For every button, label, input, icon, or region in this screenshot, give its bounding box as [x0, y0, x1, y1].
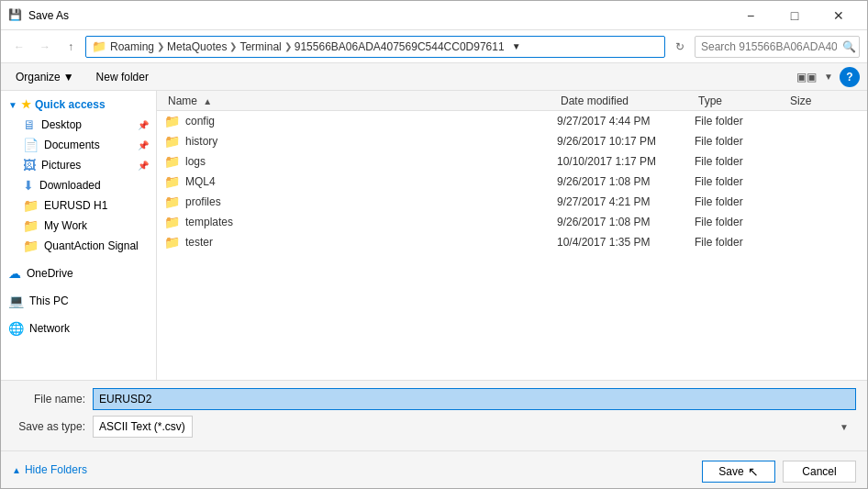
table-row[interactable]: 📁 profiles 9/27/2017 4:21 PM File folder	[157, 192, 867, 212]
file-type-history: File folder	[695, 135, 786, 148]
sidebar-item-pictures[interactable]: 🖼 Pictures 📌	[1, 155, 156, 175]
breadcrumb[interactable]: 📁 Roaming ❯ MetaQuotes ❯ Terminal ❯ 9155…	[85, 36, 665, 58]
file-list: Name ▲ Date modified Type Size 📁 config …	[157, 91, 867, 380]
breadcrumb-part-roaming[interactable]: Roaming	[110, 40, 154, 53]
file-date-profiles: 9/27/2017 4:21 PM	[557, 195, 695, 208]
search-input[interactable]	[695, 36, 860, 58]
organize-button[interactable]: Organize ▼	[8, 67, 82, 87]
bottom-panel: File name: Save as type: ASCII Text (*.c…	[1, 380, 867, 450]
breadcrumb-sep-3: ❯	[284, 41, 292, 51]
file-type-templates: File folder	[695, 216, 786, 228]
window-controls: − □ ✕	[729, 1, 860, 30]
table-row[interactable]: 📁 templates 9/26/2017 1:08 PM File folde…	[157, 212, 867, 232]
title-icon: 💾	[8, 8, 23, 23]
sidebar-item-eurusd[interactable]: 📁 EURUSD H1	[1, 195, 156, 216]
table-row[interactable]: 📁 config 9/27/2017 4:44 PM File folder	[157, 111, 867, 131]
hide-folders-label: Hide Folders	[25, 463, 87, 476]
sidebar-desktop-label: Desktop	[41, 118, 82, 131]
back-button[interactable]: ←	[8, 36, 30, 58]
filename-input[interactable]	[93, 388, 856, 410]
breadcrumb-sep-1: ❯	[157, 41, 164, 51]
sidebar-onedrive-label: OneDrive	[27, 267, 73, 280]
up-button[interactable]: ↑	[60, 36, 82, 58]
sidebar-network-label: Network	[29, 322, 70, 335]
breadcrumb-dropdown-button[interactable]: ▼	[508, 36, 525, 58]
col-header-name[interactable]: Name ▲	[164, 94, 557, 107]
breadcrumb-part-terminal[interactable]: Terminal	[239, 40, 281, 53]
view-dropdown-button[interactable]: ▼	[821, 67, 836, 87]
table-row[interactable]: 📁 MQL4 9/26/2017 1:08 PM File folder	[157, 172, 867, 192]
breadcrumb-sep-2: ❯	[229, 41, 237, 51]
close-button[interactable]: ✕	[818, 1, 860, 30]
quick-access-header[interactable]: ▼ ★ Quick access	[1, 94, 156, 115]
help-button[interactable]: ?	[840, 67, 860, 87]
network-icon: 🌐	[8, 321, 24, 336]
folder-icon-mql4: 📁	[164, 174, 180, 189]
folder-icon-templates: 📁	[164, 215, 180, 229]
cancel-label: Cancel	[802, 465, 836, 478]
file-name-mql4: MQL4	[185, 175, 557, 188]
save-button[interactable]: Save ↖	[702, 461, 775, 483]
sort-arrow-icon: ▲	[203, 96, 212, 106]
sidebar-downloaded-label: Downloaded	[39, 179, 101, 192]
sidebar-item-downloaded[interactable]: ⬇ Downloaded	[1, 175, 156, 195]
breadcrumb-part-id[interactable]: 915566BA06ADA407569C544CC0D97611	[295, 40, 505, 53]
new-folder-label: New folder	[96, 71, 149, 83]
folder-icon-tester: 📁	[164, 235, 180, 250]
save-label: Save	[718, 465, 743, 478]
organize-label: Organize	[16, 71, 61, 83]
pin-icon: 📌	[138, 120, 149, 130]
table-row[interactable]: 📁 history 9/26/2017 10:17 PM File folder	[157, 131, 867, 151]
sidebar-spacer-3	[1, 311, 156, 318]
file-type-profiles: File folder	[695, 195, 786, 208]
sidebar-item-documents[interactable]: 📄 Documents 📌	[1, 135, 156, 155]
forward-button[interactable]: →	[34, 36, 56, 58]
sidebar-spacer-2	[1, 283, 156, 291]
sidebar-item-quantaction[interactable]: 📁 QuantAction Signal	[1, 236, 156, 256]
col-header-type[interactable]: Type	[695, 94, 786, 107]
file-type-config: File folder	[695, 115, 786, 128]
table-row[interactable]: 📁 logs 10/10/2017 1:17 PM File folder	[157, 151, 867, 172]
sidebar: ▼ ★ Quick access 🖥 Desktop 📌 📄 Documents…	[1, 91, 157, 380]
folder-icon-logs: 📁	[164, 154, 180, 169]
new-folder-button[interactable]: New folder	[89, 67, 156, 87]
bottom-buttons: Save ↖ Cancel	[702, 461, 856, 483]
desktop-icon: 🖥	[23, 117, 36, 132]
view-button[interactable]: ▣▣	[796, 67, 818, 87]
refresh-button[interactable]: ↻	[669, 36, 691, 58]
sidebar-quantaction-label: QuantAction Signal	[44, 239, 139, 252]
sidebar-item-onedrive[interactable]: ☁ OneDrive	[1, 263, 156, 283]
sidebar-documents-label: Documents	[44, 139, 100, 151]
pictures-icon: 🖼	[23, 158, 36, 172]
file-date-logs: 10/10/2017 1:17 PM	[557, 155, 695, 168]
col-header-date[interactable]: Date modified	[557, 94, 695, 107]
filetype-select[interactable]: ASCII Text (*.csv) CSV (*.csv) Text (*.t…	[93, 416, 193, 438]
file-name-config: config	[185, 115, 557, 128]
file-name-history: history	[185, 135, 557, 148]
folder-icon-profiles: 📁	[164, 194, 180, 209]
file-date-tester: 10/4/2017 1:35 PM	[557, 236, 695, 249]
nav-toolbar: ← → ↑ 📁 Roaming ❯ MetaQuotes ❯ Terminal …	[1, 30, 867, 63]
maximize-button[interactable]: □	[773, 1, 816, 30]
col-header-size[interactable]: Size	[786, 94, 860, 107]
chevron-down-icon: ▼	[8, 100, 17, 110]
minimize-button[interactable]: −	[729, 1, 772, 30]
cancel-button[interactable]: Cancel	[783, 461, 856, 483]
breadcrumb-folder-icon: 📁	[92, 39, 106, 53]
breadcrumb-part-metaquotes[interactable]: MetaQuotes	[167, 40, 227, 53]
sidebar-item-thispc[interactable]: 💻 This PC	[1, 291, 156, 311]
eurusd-folder-icon: 📁	[23, 198, 39, 213]
title-text: Save As	[28, 9, 729, 22]
sidebar-item-mywork[interactable]: 📁 My Work	[1, 216, 156, 236]
bottom-action-bar: ▲ Hide Folders Save ↖ Cancel	[1, 450, 867, 488]
sidebar-item-network[interactable]: 🌐 Network	[1, 318, 156, 339]
search-submit-button[interactable]: 🔍	[842, 40, 856, 53]
filename-label: File name:	[12, 393, 85, 406]
thispc-icon: 💻	[8, 294, 24, 308]
file-date-mql4: 9/26/2017 1:08 PM	[557, 175, 695, 188]
table-row[interactable]: 📁 tester 10/4/2017 1:35 PM File folder	[157, 232, 867, 252]
main-content: ▼ ★ Quick access 🖥 Desktop 📌 📄 Documents…	[1, 91, 867, 380]
sidebar-item-desktop[interactable]: 🖥 Desktop 📌	[1, 115, 156, 135]
hide-folders-button[interactable]: ▲ Hide Folders	[12, 463, 87, 476]
onedrive-icon: ☁	[8, 266, 21, 281]
